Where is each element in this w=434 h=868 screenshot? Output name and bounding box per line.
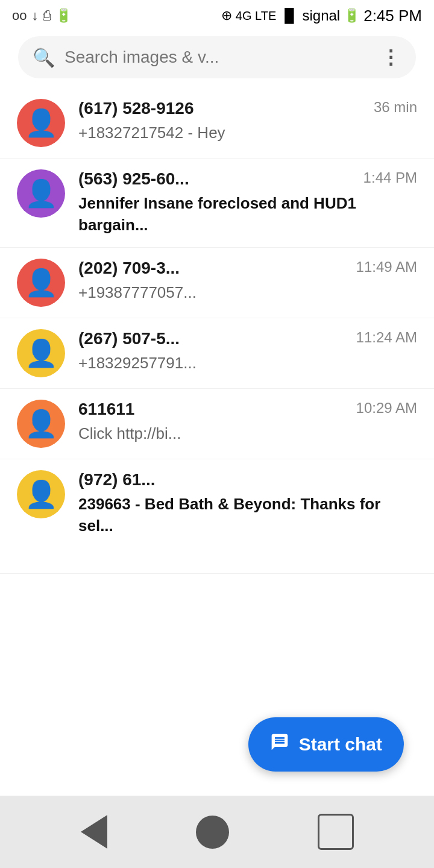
- battery-level: signal: [302, 7, 340, 24]
- conv-preview: Click http://bi...: [78, 423, 417, 444]
- avatar: 👤: [17, 99, 65, 147]
- conv-name: (563) 925-60...: [78, 169, 356, 189]
- conv-content: (563) 925-60... 1:44 PM Jennifer Insane …: [78, 169, 417, 236]
- conv-content: (267) 507-5... 11:24 AM +18329257791...: [78, 329, 417, 374]
- nav-home-button[interactable]: [196, 816, 229, 849]
- conv-header: 611611 10:29 AM: [78, 400, 417, 419]
- clock: 2:45 PM: [363, 7, 422, 25]
- conv-name: (617) 528-9126: [78, 99, 366, 118]
- home-icon: [196, 816, 229, 849]
- conv-content: (617) 528-9126 36 min +18327217542 - Hey: [78, 99, 417, 143]
- status-right-icons: ⊕ 4G LTE ▐▌ signal 🔋 2:45 PM: [221, 7, 422, 25]
- avatar: 👤: [17, 169, 65, 218]
- status-bar: oo ↓ ⎙ 🔋 ⊕ 4G LTE ▐▌ signal 🔋 2:45 PM: [0, 0, 434, 31]
- search-bar[interactable]: 🔍 ⋮: [18, 36, 416, 78]
- contact-icon: 👤: [25, 408, 58, 439]
- avatar: 👤: [17, 259, 65, 307]
- contact-icon: 👤: [25, 479, 58, 510]
- chat-icon: [270, 732, 289, 756]
- conv-header: (202) 709-3... 11:49 AM: [78, 259, 417, 278]
- start-chat-label: Start chat: [299, 734, 382, 755]
- conv-header: (563) 925-60... 1:44 PM: [78, 169, 417, 189]
- avatar: 👤: [17, 400, 65, 448]
- conv-preview: Jennifer Insane foreclosed and HUD1 barg…: [78, 192, 417, 236]
- conv-preview: +19387777057...: [78, 281, 417, 303]
- download-icon: ↓: [31, 8, 38, 24]
- conv-name: (972) 61...: [78, 470, 410, 489]
- list-item[interactable]: 👤 (617) 528-9126 36 min +18327217542 - H…: [0, 88, 434, 159]
- conv-preview: +18329257791...: [78, 352, 417, 374]
- list-item[interactable]: 👤 (267) 507-5... 11:24 AM +18329257791..…: [0, 318, 434, 389]
- search-input[interactable]: [64, 48, 371, 67]
- list-item[interactable]: 👤 (972) 61... 239663 - Bed Bath & Beyond…: [0, 459, 434, 574]
- conv-time: 1:44 PM: [363, 169, 417, 186]
- status-left-icons: oo ↓ ⎙ 🔋: [12, 8, 72, 24]
- conv-header: (617) 528-9126 36 min: [78, 99, 417, 118]
- more-options-icon[interactable]: ⋮: [381, 46, 401, 69]
- conv-header: (972) 61...: [78, 470, 417, 489]
- contact-icon: 👤: [25, 338, 58, 369]
- conv-content: 611611 10:29 AM Click http://bi...: [78, 400, 417, 444]
- conv-preview: +18327217542 - Hey: [78, 122, 417, 143]
- oo-icon: oo: [12, 8, 27, 24]
- contact-icon: 👤: [25, 178, 58, 209]
- conv-name: 611611: [78, 400, 349, 419]
- conv-time: 36 min: [374, 99, 417, 116]
- back-icon: [81, 815, 107, 849]
- list-item[interactable]: 👤 (202) 709-3... 11:49 AM +19387777057..…: [0, 248, 434, 318]
- conv-time: 11:49 AM: [356, 259, 417, 275]
- signal-icon: ▐▌: [280, 8, 298, 24]
- list-item[interactable]: 👤 (563) 925-60... 1:44 PM Jennifer Insan…: [0, 159, 434, 248]
- battery-icon: 🔋: [344, 8, 360, 24]
- battery-add-icon: 🔋: [55, 8, 72, 24]
- avatar: 👤: [17, 329, 65, 377]
- conversation-list: 👤 (617) 528-9126 36 min +18327217542 - H…: [0, 88, 434, 574]
- contact-icon: 👤: [25, 107, 58, 139]
- recent-icon: [318, 814, 354, 850]
- location-icon: ⊕: [221, 8, 232, 24]
- nav-bar: [0, 796, 434, 868]
- conv-name: (267) 507-5...: [78, 329, 349, 348]
- nav-recent-button[interactable]: [318, 814, 354, 850]
- conv-name: (202) 709-3...: [78, 259, 349, 278]
- search-icon: 🔍: [33, 47, 55, 68]
- start-chat-button[interactable]: Start chat: [248, 717, 404, 772]
- contact-icon: 👤: [25, 267, 58, 298]
- list-item[interactable]: 👤 611611 10:29 AM Click http://bi...: [0, 389, 434, 459]
- conv-time: 11:24 AM: [356, 329, 417, 346]
- conv-preview: 239663 - Bed Bath & Beyond: Thanks for s…: [78, 493, 417, 537]
- usb-icon: ⎙: [43, 8, 51, 24]
- lte-icon: 4G LTE: [236, 9, 276, 23]
- conv-content: (972) 61... 239663 - Bed Bath & Beyond: …: [78, 470, 417, 537]
- conv-header: (267) 507-5... 11:24 AM: [78, 329, 417, 348]
- avatar: 👤: [17, 470, 65, 518]
- nav-back-button[interactable]: [81, 815, 107, 849]
- conv-content: (202) 709-3... 11:49 AM +19387777057...: [78, 259, 417, 303]
- conv-time: 10:29 AM: [356, 400, 417, 417]
